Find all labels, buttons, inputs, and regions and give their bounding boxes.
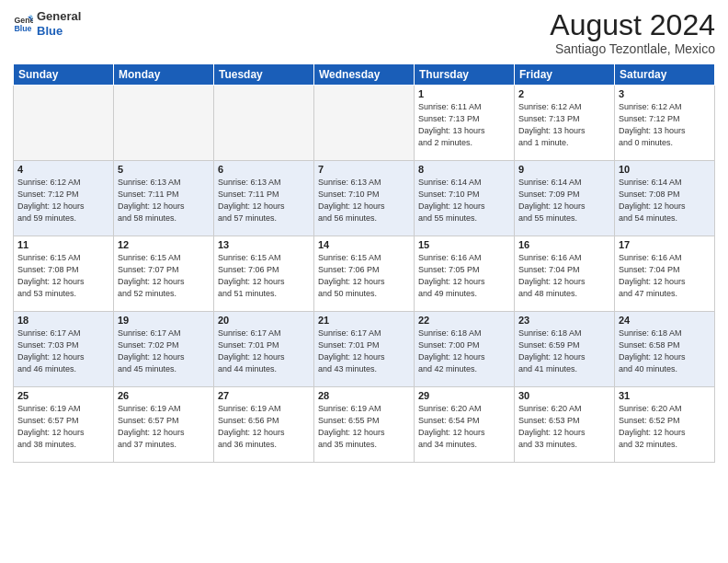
calendar-cell: 9Sunrise: 6:14 AMSunset: 7:09 PMDaylight… (515, 161, 615, 236)
day-info: Sunrise: 6:13 AMSunset: 7:11 PMDaylight:… (118, 177, 210, 224)
calendar-cell: 24Sunrise: 6:18 AMSunset: 6:58 PMDayligh… (615, 312, 715, 387)
day-number: 27 (218, 390, 310, 401)
col-wednesday: Wednesday (314, 64, 415, 86)
col-tuesday: Tuesday (214, 64, 314, 86)
calendar-cell (214, 86, 314, 161)
day-info: Sunrise: 6:13 AMSunset: 7:11 PMDaylight:… (218, 177, 310, 224)
location-subtitle: Santiago Tezontlale, Mexico (550, 41, 715, 56)
logo-icon: General Blue (13, 14, 33, 34)
day-info: Sunrise: 6:13 AMSunset: 7:10 PMDaylight:… (318, 177, 410, 224)
day-number: 18 (17, 315, 109, 326)
logo-general: General (37, 9, 81, 24)
col-thursday: Thursday (415, 64, 515, 86)
day-number: 23 (518, 315, 610, 326)
day-info: Sunrise: 6:12 AMSunset: 7:12 PMDaylight:… (619, 101, 711, 149)
day-info: Sunrise: 6:15 AMSunset: 7:06 PMDaylight:… (218, 252, 310, 300)
calendar-cell: 8Sunrise: 6:14 AMSunset: 7:10 PMDaylight… (415, 161, 515, 236)
day-info: Sunrise: 6:15 AMSunset: 7:07 PMDaylight:… (118, 252, 210, 300)
calendar-table: Sunday Monday Tuesday Wednesday Thursday… (13, 63, 715, 463)
page-header: General Blue General Blue August 2024 Sa… (13, 9, 715, 56)
day-info: Sunrise: 6:19 AMSunset: 6:55 PMDaylight:… (318, 403, 410, 451)
day-number: 31 (619, 390, 711, 401)
day-number: 1 (418, 88, 510, 99)
calendar-cell: 2Sunrise: 6:12 AMSunset: 7:13 PMDaylight… (515, 86, 615, 161)
day-number: 2 (518, 88, 610, 99)
calendar-cell: 5Sunrise: 6:13 AMSunset: 7:11 PMDaylight… (114, 161, 214, 236)
day-info: Sunrise: 6:17 AMSunset: 7:02 PMDaylight:… (118, 327, 210, 375)
day-info: Sunrise: 6:19 AMSunset: 6:56 PMDaylight:… (218, 403, 310, 451)
day-number: 4 (17, 164, 109, 175)
calendar-cell: 1Sunrise: 6:11 AMSunset: 7:13 PMDaylight… (415, 86, 515, 161)
day-number: 28 (318, 390, 410, 401)
day-number: 22 (418, 315, 510, 326)
calendar-cell (314, 86, 415, 161)
day-info: Sunrise: 6:18 AMSunset: 7:00 PMDaylight:… (418, 327, 510, 375)
day-info: Sunrise: 6:18 AMSunset: 6:58 PMDaylight:… (619, 327, 711, 375)
calendar-cell: 11Sunrise: 6:15 AMSunset: 7:08 PMDayligh… (14, 236, 114, 312)
calendar-cell: 12Sunrise: 6:15 AMSunset: 7:07 PMDayligh… (114, 236, 214, 312)
day-info: Sunrise: 6:20 AMSunset: 6:52 PMDaylight:… (619, 403, 711, 451)
day-number: 17 (619, 239, 711, 250)
logo-blue: Blue (37, 24, 81, 39)
day-info: Sunrise: 6:17 AMSunset: 7:03 PMDaylight:… (17, 327, 109, 375)
day-info: Sunrise: 6:17 AMSunset: 7:01 PMDaylight:… (218, 327, 310, 375)
calendar-cell: 13Sunrise: 6:15 AMSunset: 7:06 PMDayligh… (214, 236, 314, 312)
col-saturday: Saturday (615, 64, 715, 86)
calendar-cell: 6Sunrise: 6:13 AMSunset: 7:11 PMDaylight… (214, 161, 314, 236)
day-info: Sunrise: 6:16 AMSunset: 7:05 PMDaylight:… (418, 252, 510, 300)
title-block: August 2024 Santiago Tezontlale, Mexico (550, 9, 715, 56)
day-info: Sunrise: 6:16 AMSunset: 7:04 PMDaylight:… (518, 252, 610, 300)
day-number: 7 (318, 164, 410, 175)
calendar-cell: 27Sunrise: 6:19 AMSunset: 6:56 PMDayligh… (214, 387, 314, 463)
day-info: Sunrise: 6:12 AMSunset: 7:12 PMDaylight:… (17, 177, 109, 224)
calendar-cell (14, 86, 114, 161)
day-number: 9 (518, 164, 610, 175)
calendar-week-1: 1Sunrise: 6:11 AMSunset: 7:13 PMDaylight… (14, 86, 715, 161)
day-info: Sunrise: 6:19 AMSunset: 6:57 PMDaylight:… (118, 403, 210, 451)
col-monday: Monday (114, 64, 214, 86)
day-info: Sunrise: 6:19 AMSunset: 6:57 PMDaylight:… (17, 403, 109, 451)
logo: General Blue General Blue (13, 9, 81, 38)
calendar-cell: 28Sunrise: 6:19 AMSunset: 6:55 PMDayligh… (314, 387, 415, 463)
calendar-week-5: 25Sunrise: 6:19 AMSunset: 6:57 PMDayligh… (14, 387, 715, 463)
day-number: 6 (218, 164, 310, 175)
calendar-cell: 26Sunrise: 6:19 AMSunset: 6:57 PMDayligh… (114, 387, 214, 463)
day-info: Sunrise: 6:14 AMSunset: 7:08 PMDaylight:… (619, 177, 711, 224)
day-number: 14 (318, 239, 410, 250)
day-number: 24 (619, 315, 711, 326)
svg-text:Blue: Blue (14, 24, 31, 33)
calendar-cell: 17Sunrise: 6:16 AMSunset: 7:04 PMDayligh… (615, 236, 715, 312)
calendar-week-3: 11Sunrise: 6:15 AMSunset: 7:08 PMDayligh… (14, 236, 715, 312)
calendar-header-row: Sunday Monday Tuesday Wednesday Thursday… (14, 64, 715, 86)
day-number: 8 (418, 164, 510, 175)
day-info: Sunrise: 6:11 AMSunset: 7:13 PMDaylight:… (418, 101, 510, 149)
day-number: 25 (17, 390, 109, 401)
calendar-cell: 31Sunrise: 6:20 AMSunset: 6:52 PMDayligh… (615, 387, 715, 463)
month-year-title: August 2024 (550, 9, 715, 41)
calendar-cell: 15Sunrise: 6:16 AMSunset: 7:05 PMDayligh… (415, 236, 515, 312)
day-number: 5 (118, 164, 210, 175)
day-number: 29 (418, 390, 510, 401)
calendar-cell (114, 86, 214, 161)
day-info: Sunrise: 6:17 AMSunset: 7:01 PMDaylight:… (318, 327, 410, 375)
day-info: Sunrise: 6:14 AMSunset: 7:10 PMDaylight:… (418, 177, 510, 224)
calendar-week-4: 18Sunrise: 6:17 AMSunset: 7:03 PMDayligh… (14, 312, 715, 387)
day-info: Sunrise: 6:20 AMSunset: 6:53 PMDaylight:… (518, 403, 610, 451)
day-number: 20 (218, 315, 310, 326)
calendar-cell: 16Sunrise: 6:16 AMSunset: 7:04 PMDayligh… (515, 236, 615, 312)
day-number: 12 (118, 239, 210, 250)
calendar-cell: 22Sunrise: 6:18 AMSunset: 7:00 PMDayligh… (415, 312, 515, 387)
calendar-cell: 7Sunrise: 6:13 AMSunset: 7:10 PMDaylight… (314, 161, 415, 236)
day-info: Sunrise: 6:12 AMSunset: 7:13 PMDaylight:… (518, 101, 610, 149)
day-number: 21 (318, 315, 410, 326)
day-info: Sunrise: 6:20 AMSunset: 6:54 PMDaylight:… (418, 403, 510, 451)
calendar-cell: 10Sunrise: 6:14 AMSunset: 7:08 PMDayligh… (615, 161, 715, 236)
page-container: General Blue General Blue August 2024 Sa… (0, 0, 728, 470)
day-info: Sunrise: 6:15 AMSunset: 7:06 PMDaylight:… (318, 252, 410, 300)
calendar-cell: 19Sunrise: 6:17 AMSunset: 7:02 PMDayligh… (114, 312, 214, 387)
calendar-cell: 25Sunrise: 6:19 AMSunset: 6:57 PMDayligh… (14, 387, 114, 463)
day-number: 11 (17, 239, 109, 250)
day-number: 19 (118, 315, 210, 326)
day-number: 30 (518, 390, 610, 401)
day-info: Sunrise: 6:18 AMSunset: 6:59 PMDaylight:… (518, 327, 610, 375)
